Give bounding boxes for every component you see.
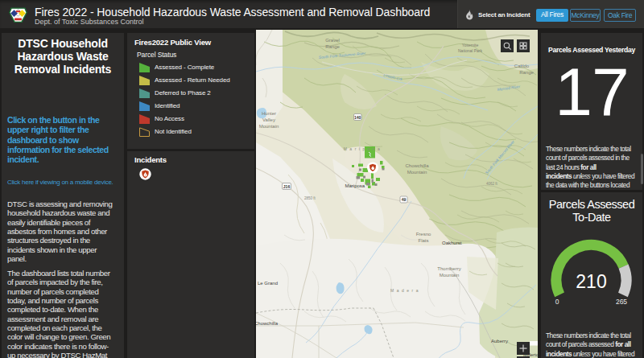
- svg-text:140: 140: [354, 115, 361, 120]
- svg-text:Range: Range: [519, 70, 534, 75]
- svg-text:Valley: Valley: [262, 117, 275, 122]
- svg-text:Gravel: Gravel: [325, 38, 340, 43]
- svg-text:Le Grand: Le Grand: [258, 281, 278, 286]
- svg-text:265: 265: [616, 298, 627, 306]
- svg-text:Flats: Flats: [418, 238, 428, 243]
- svg-text:Fresno: Fresno: [416, 232, 431, 237]
- svg-text:Calildo: Calildo: [514, 64, 530, 68]
- svg-text:210: 210: [576, 271, 606, 292]
- svg-text:4062 ft: 4062 ft: [486, 182, 498, 186]
- svg-text:Madera: Madera: [390, 288, 421, 293]
- svg-text:Mountain: Mountain: [259, 124, 279, 129]
- svg-text:Thornberry: Thornberry: [437, 266, 460, 271]
- svg-text:Chowchilla: Chowchilla: [405, 163, 429, 168]
- svg-text:National Park: National Park: [458, 48, 483, 53]
- svg-text:Range: Range: [325, 44, 340, 49]
- svg-text:Mountain: Mountain: [407, 170, 427, 175]
- svg-text:Oakhurst: Oakhurst: [442, 241, 462, 245]
- svg-text:2850 ft: 2850 ft: [304, 196, 316, 200]
- svg-text:Mariposa: Mariposa: [345, 183, 365, 188]
- svg-text:Auberry: Auberry: [491, 339, 508, 344]
- svg-text:0: 0: [555, 298, 559, 306]
- svg-text:Mountain: Mountain: [440, 273, 460, 278]
- svg-text:Yosemite: Yosemite: [462, 43, 479, 47]
- svg-text:Hunter: Hunter: [262, 111, 276, 116]
- svg-text:J16: J16: [283, 184, 291, 189]
- svg-text:Chowchilla: Chowchilla: [256, 321, 279, 326]
- svg-text:49: 49: [402, 197, 407, 202]
- svg-text:Mariposa: Mariposa: [344, 146, 383, 151]
